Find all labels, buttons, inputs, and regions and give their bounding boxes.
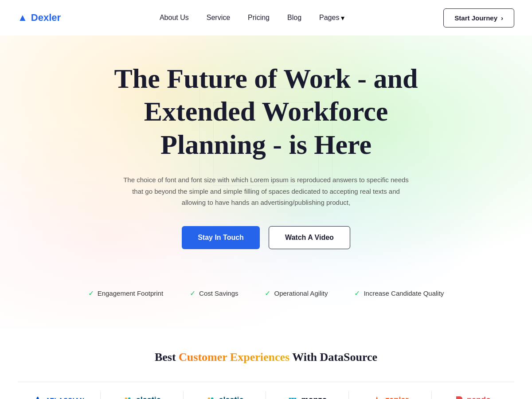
title-highlight: Customer Experiences [179, 351, 289, 364]
zapier-label: zapier [385, 395, 408, 399]
partners-title: Best Customer Experiences With DataSourc… [18, 351, 514, 364]
nav-item-about[interactable]: About Us [160, 14, 189, 22]
elastic2-icon [206, 395, 215, 399]
feature-cost-savings: ✓ Cost Savings [190, 289, 238, 297]
feature-operational-agility: ✓ Operational Agility [265, 289, 328, 297]
feature-label: Increase Candidate Quality [364, 289, 444, 297]
elastic2-label: elastic [219, 395, 244, 399]
stay-in-touch-button[interactable]: Stay In Touch [182, 226, 260, 249]
logo-text: Dexler [31, 12, 61, 23]
feature-label: Engagement Footprint [98, 289, 163, 297]
partner-atlassian: ATLASSIAN [18, 391, 101, 399]
pendo-icon [455, 395, 463, 399]
atlassian-label: ATLASSIAN [46, 397, 85, 399]
features-row: ✓ Engagement Footprint ✓ Cost Savings ✓ … [18, 276, 514, 311]
start-journey-button[interactable]: Start Journey › [443, 8, 514, 27]
elastic-icon [123, 395, 133, 399]
svg-point-0 [125, 397, 127, 399]
nav-item-service[interactable]: Service [207, 14, 230, 22]
nav-link-about[interactable]: About Us [160, 14, 189, 21]
feature-label: Cost Savings [199, 289, 238, 297]
hero-description: The choice of font and font size with wh… [122, 174, 410, 208]
partner-elastic1: elastic [101, 391, 184, 399]
check-icon: ✓ [190, 289, 196, 297]
elastic1-label: elastic [136, 395, 161, 399]
svg-point-5 [211, 397, 213, 399]
monzo-label: monzo [301, 395, 327, 399]
nav-item-pages[interactable]: Pages ▾ [319, 14, 344, 22]
logo[interactable]: ▲ Dexler [18, 12, 61, 23]
title-part1: Best [155, 351, 179, 364]
arrow-right-icon: › [501, 14, 503, 22]
nav-link-pricing[interactable]: Pricing [248, 14, 270, 21]
nav-link-pages[interactable]: Pages ▾ [319, 14, 344, 22]
hero-section: The Future of Work - and Extended Workfo… [0, 35, 532, 329]
title-part2: With DataSource [289, 351, 377, 364]
nav-item-pricing[interactable]: Pricing [248, 14, 270, 22]
chevron-down-icon: ▾ [341, 14, 344, 22]
navbar: ▲ Dexler About Us Service Pricing Blog P… [0, 0, 532, 35]
nav-link-blog[interactable]: Blog [287, 14, 301, 21]
check-icon: ✓ [88, 289, 94, 297]
logo-icon: ▲ [18, 12, 27, 23]
feature-label: Operational Agility [274, 289, 328, 297]
hero-content: The Future of Work - and Extended Workfo… [18, 62, 514, 249]
watch-video-button[interactable]: Watch A Video [269, 226, 350, 249]
svg-point-4 [207, 397, 210, 399]
partner-zapier: zapier [349, 391, 432, 399]
svg-point-1 [128, 397, 131, 399]
check-icon: ✓ [265, 289, 270, 297]
hero-buttons: Stay In Touch Watch A Video [18, 226, 514, 249]
partner-monzo: monzo [266, 391, 349, 399]
check-icon: ✓ [354, 289, 360, 297]
feature-engagement: ✓ Engagement Footprint [88, 289, 163, 297]
partners-grid: ATLASSIAN elastic elastic [18, 382, 514, 399]
partner-pendo: pendo [432, 391, 514, 399]
start-journey-label: Start Journey [454, 14, 497, 22]
hero-title: The Future of Work - and Extended Workfo… [111, 62, 421, 161]
feature-candidate-quality: ✓ Increase Candidate Quality [354, 289, 444, 297]
nav-item-blog[interactable]: Blog [287, 14, 301, 22]
nav-links: About Us Service Pricing Blog Pages ▾ [160, 14, 344, 22]
partner-elastic2: elastic [184, 391, 266, 399]
pendo-label: pendo [467, 395, 491, 399]
partners-section: Best Customer Experiences With DataSourc… [0, 329, 532, 399]
monzo-icon [288, 395, 297, 399]
nav-link-service[interactable]: Service [207, 14, 230, 21]
atlassian-icon [33, 396, 42, 399]
zapier-icon [372, 395, 382, 399]
